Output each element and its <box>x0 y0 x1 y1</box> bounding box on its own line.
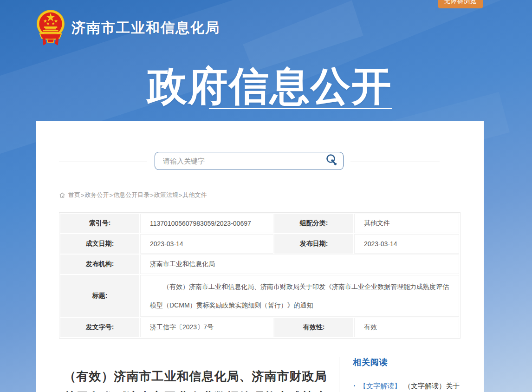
document-metadata-table: 索引号: 113701005607983059/2023-00697 组配分类:… <box>59 212 461 339</box>
index-number-label: 索引号: <box>60 214 139 233</box>
breadcrumb-link-zhengwugongkai[interactable]: 政务公开 <box>85 191 109 199</box>
issuing-agency-value: 济南市工业和信息化局 <box>140 255 459 274</box>
breadcrumb-separator: > <box>179 192 182 199</box>
related-reading-heading: 相关阅读 <box>353 357 474 368</box>
category-value: 其他文件 <box>354 214 459 233</box>
table-row: 成文日期: 2023-03-14 发布日期: 2023-03-14 <box>60 234 459 254</box>
magnifier-search-icon <box>324 153 338 169</box>
site-header: 济南市工业和信息化局 <box>36 9 220 46</box>
page-banner-title: 政府信息公开 <box>0 59 532 114</box>
list-item: 【文字解读】 （文字解读）关于 <box>353 381 474 391</box>
breadcrumb-separator: > <box>81 192 84 199</box>
search-input[interactable] <box>155 157 324 165</box>
category-label: 组配分类: <box>274 214 353 233</box>
index-number-value: 113701005607983059/2023-00697 <box>140 214 273 233</box>
search-box <box>155 152 344 170</box>
table-row: 发文字号: 济工信字〔2023〕7号 有效性: 有效 <box>60 318 459 337</box>
article-title: （有效）济南市工业和信息化局、济南市财政局关于印发《济南市工业企业数据管理能力成… <box>58 366 333 392</box>
document-number-label: 发文字号: <box>60 318 139 337</box>
related-reading-sidebar: 相关阅读 【文字解读】 （文字解读）关于 <box>353 357 474 391</box>
document-number-value: 济工信字〔2023〕7号 <box>140 318 273 337</box>
written-date-label: 成文日期: <box>60 234 139 254</box>
accessibility-browse-button[interactable]: 无障碍浏览 <box>438 0 483 8</box>
breadcrumb-separator: > <box>150 192 154 199</box>
related-item-text: （文字解读）关于 <box>404 381 460 391</box>
bullet-icon <box>354 385 355 386</box>
related-item-link[interactable]: 【文字解读】 <box>359 381 401 391</box>
banner-title-underline <box>209 108 392 109</box>
breadcrumb: 首页>政务公开>信息公开目录>政策法规>其他文件 <box>59 191 207 199</box>
breadcrumb-link-zhengcefagui[interactable]: 政策法规 <box>154 191 178 199</box>
site-name: 济南市工业和信息化局 <box>71 19 220 38</box>
breadcrumb-link-qitawenjian[interactable]: 其他文件 <box>182 191 207 199</box>
search-button[interactable] <box>324 153 343 169</box>
content-card: 首页>政务公开>信息公开目录>政策法规>其他文件 索引号: 1137010056… <box>36 121 484 392</box>
home-icon[interactable] <box>59 192 65 198</box>
breadcrumb-separator: > <box>110 192 113 199</box>
breadcrumb-link-xinxigongkaimulu[interactable]: 信息公开目录 <box>113 191 149 199</box>
written-date-value: 2023-03-14 <box>140 234 273 254</box>
issuing-agency-label: 发布机构: <box>60 255 139 274</box>
table-row: 索引号: 113701005607983059/2023-00697 组配分类:… <box>60 214 459 233</box>
sidebar-divider <box>339 357 339 392</box>
national-emblem-icon <box>36 9 65 46</box>
search-decor-line-left <box>59 162 147 162</box>
breadcrumb-link-home[interactable]: 首页 <box>68 191 80 199</box>
title-label: 标题: <box>60 275 139 317</box>
validity-label: 有效性: <box>274 318 353 337</box>
table-row: 标题: （有效）济南市工业和信息化局、济南市财政局关于印发《济南市工业企业数据管… <box>60 275 459 317</box>
search-decor-line-right <box>350 162 440 162</box>
validity-value: 有效 <box>354 318 459 337</box>
publish-date-label: 发布日期: <box>274 234 353 254</box>
publish-date-value: 2023-03-14 <box>354 234 459 254</box>
table-row: 发布机构: 济南市工业和信息化局 <box>60 255 459 274</box>
title-value: （有效）济南市工业和信息化局、济南市财政局关于印发《济南市工业企业数据管理能力成… <box>140 275 459 317</box>
